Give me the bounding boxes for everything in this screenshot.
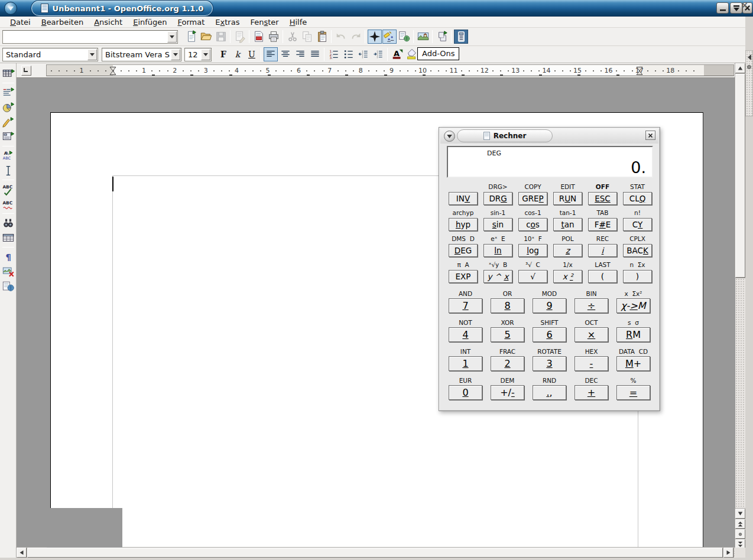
window-menu-icon[interactable]: [4, 2, 17, 15]
calc-key-=[interactable]: =: [616, 385, 650, 400]
data-sources-icon[interactable]: [1, 230, 16, 245]
insert-table-icon[interactable]: [1, 66, 16, 81]
calc-key-0[interactable]: 0: [449, 385, 482, 400]
calc-key-sin[interactable]: sin: [483, 218, 512, 231]
calc-key-÷[interactable]: ÷: [575, 298, 608, 313]
bold-button[interactable]: F: [217, 48, 231, 61]
calc-key-)[interactable]: ): [623, 270, 652, 283]
right-indent-marker[interactable]: [637, 67, 643, 75]
calc-key-CY[interactable]: CY: [623, 218, 652, 231]
calc-key-z[interactable]: z: [553, 244, 582, 257]
close-document-icon[interactable]: ×: [741, 1, 748, 11]
draw-functions-icon[interactable]: [1, 115, 16, 129]
calc-key-ln[interactable]: ln: [483, 244, 512, 257]
paste-icon[interactable]: [315, 30, 329, 44]
spellcheck-icon[interactable]: ABC: [1, 182, 16, 197]
page-preview-icon[interactable]: [435, 30, 449, 44]
online-layout-icon[interactable]: [1, 279, 16, 294]
export-pdf-icon[interactable]: [252, 30, 266, 44]
font-name-combobox[interactable]: Bitstream Vera S: [102, 48, 181, 61]
new-document-icon[interactable]: [184, 30, 199, 44]
url-combobox[interactable]: [2, 30, 178, 44]
open-icon[interactable]: [199, 30, 213, 44]
calculator-titlebar[interactable]: Rechner: [440, 129, 658, 144]
find-replace-icon[interactable]: [1, 216, 16, 230]
left-indent-marker[interactable]: [110, 67, 116, 75]
minimize-button[interactable]: [716, 2, 729, 14]
align-justify-icon[interactable]: [308, 47, 322, 61]
calc-key-DRG[interactable]: DRG: [483, 192, 512, 205]
calc-key-M+[interactable]: M+: [616, 356, 650, 371]
calc-key-cos[interactable]: cos: [518, 218, 547, 231]
chevron-down-icon[interactable]: [167, 31, 177, 43]
calc-key-4[interactable]: 4: [449, 327, 482, 342]
hyperlink-icon[interactable]: [397, 30, 411, 44]
horizontal-scrollbar-thumb[interactable]: [27, 548, 723, 558]
calc-key-.,[interactable]: .,: [533, 385, 566, 400]
calc-key-CLQ[interactable]: CLQ: [623, 192, 652, 205]
titlebar[interactable]: Unbenannt1 - OpenOffice.org 1.1.0: [0, 0, 753, 17]
calc-key-5[interactable]: 5: [491, 327, 524, 342]
calc-key--[interactable]: -: [575, 356, 608, 371]
chevron-down-icon[interactable]: [201, 49, 210, 60]
calc-key-8[interactable]: 8: [491, 298, 524, 313]
calc-key-INV[interactable]: INV: [449, 192, 478, 205]
align-right-icon[interactable]: [293, 47, 307, 61]
chevron-down-icon[interactable]: [87, 49, 97, 60]
menu-item-datei[interactable]: Datei: [5, 18, 36, 27]
align-left-icon[interactable]: [264, 47, 278, 61]
calc-key-F#E[interactable]: F#E: [588, 218, 617, 231]
calc-key-GREP[interactable]: GREP: [518, 192, 547, 205]
paragraph-style-combobox[interactable]: Standard: [2, 48, 98, 61]
autotext-icon[interactable]: AABC: [1, 148, 16, 163]
close-icon[interactable]: [645, 131, 655, 140]
panel-handle-icon[interactable]: [747, 65, 751, 69]
calc-key-9[interactable]: 9: [533, 298, 566, 313]
calc-key-×[interactable]: ×: [575, 327, 608, 342]
calc-key-χ->M[interactable]: χ->M: [616, 298, 650, 313]
calc-key-RUN[interactable]: RUN: [553, 192, 582, 205]
calc-key-2[interactable]: 2: [491, 356, 524, 371]
scroll-right-icon[interactable]: [723, 548, 733, 558]
calc-key-3[interactable]: 3: [533, 356, 566, 371]
chevron-down-icon[interactable]: [171, 49, 180, 60]
tab-type-selector[interactable]: [21, 66, 31, 76]
calc-key-√[interactable]: √: [518, 270, 547, 283]
font-color-icon[interactable]: A: [390, 47, 404, 61]
vertical-scrollbar-thumb[interactable]: [735, 74, 745, 278]
underline-button[interactable]: U: [245, 48, 259, 61]
align-center-icon[interactable]: [278, 47, 293, 61]
show-panel-icon[interactable]: [748, 54, 751, 60]
navigation-icon[interactable]: [735, 529, 745, 539]
calculator-addon-icon[interactable]: [454, 30, 468, 44]
scroll-left-icon[interactable]: [17, 548, 27, 558]
horizontal-scrollbar[interactable]: [17, 548, 735, 558]
gallery-icon[interactable]: [416, 30, 430, 44]
menu-item-einfuegen[interactable]: Einfügen: [128, 18, 172, 27]
calc-key-RM[interactable]: RM: [616, 327, 650, 342]
direct-cursor-icon[interactable]: [1, 163, 16, 178]
calc-key-x ²[interactable]: x ²: [553, 270, 582, 283]
calc-key-i[interactable]: i: [588, 244, 617, 257]
form-functions-icon[interactable]: [1, 129, 16, 144]
menu-item-ansicht[interactable]: Ansicht: [89, 18, 128, 27]
calc-key-log[interactable]: log: [518, 244, 547, 257]
insert-fields-icon[interactable]: [1, 85, 16, 100]
stylist-icon[interactable]: [382, 30, 397, 44]
calc-key-DEG[interactable]: DEG: [449, 244, 478, 257]
calc-key-BACK[interactable]: BACK: [623, 244, 652, 257]
calc-key-y ^ x[interactable]: y ^ x: [483, 270, 512, 283]
vertical-scrollbar[interactable]: [735, 63, 745, 548]
window-menu-icon[interactable]: [444, 131, 455, 142]
menu-item-format[interactable]: Format: [173, 18, 210, 27]
insert-object-icon[interactable]: [1, 100, 16, 115]
menu-item-extras[interactable]: Extras: [210, 18, 245, 27]
calc-key-1[interactable]: 1: [449, 356, 482, 371]
calc-key-6[interactable]: 6: [533, 327, 566, 342]
calc-key-tan[interactable]: tan: [553, 218, 582, 231]
calculator-titlebar-tab[interactable]: Rechner: [457, 129, 553, 142]
menu-item-bearbeiten[interactable]: Bearbeiten: [36, 18, 89, 27]
font-size-combobox[interactable]: 12: [184, 48, 212, 61]
calc-key-([interactable]: (: [588, 270, 617, 283]
nonprinting-chars-icon[interactable]: ¶: [1, 249, 16, 264]
